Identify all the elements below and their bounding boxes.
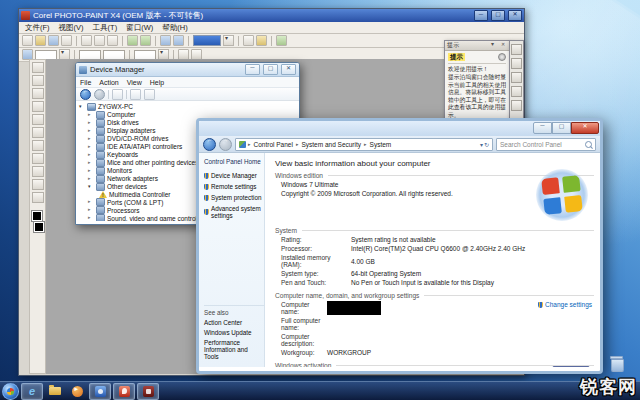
text-tool-icon[interactable] [32,153,44,164]
sidebar-remote-settings[interactable]: Remote settings [204,183,264,190]
minimize-button[interactable] [474,10,488,21]
taskbar-media-player[interactable] [67,384,87,399]
pick-tool-icon[interactable] [32,62,44,73]
fill-tool-icon[interactable] [32,192,44,203]
maximize-button[interactable] [263,64,278,75]
zoom-tool-icon[interactable] [32,101,44,112]
mask-tool-icon[interactable] [32,75,44,86]
search-box[interactable]: Search Control Panel [496,138,596,151]
corel-titlebar[interactable]: Corel PHOTO-PAINT X4 (OEM 版本 - 不可转售) [19,9,524,22]
docker-close-icon[interactable] [500,42,507,49]
processors-icon [96,206,105,214]
docker-tab-icon[interactable] [511,86,522,97]
hints-docker-titlebar[interactable]: 提示 [445,41,509,51]
menu-view[interactable]: View [127,79,142,86]
minimize-button[interactable] [533,122,552,134]
sidebar-performance-tools[interactable]: Performance Information and Tools [204,339,264,360]
paint-tool-icon[interactable] [32,114,44,125]
width-field[interactable] [79,50,101,60]
help-icon[interactable] [130,89,141,100]
taskbar-explorer[interactable] [45,384,65,399]
close-button[interactable] [508,10,522,21]
back-icon[interactable] [203,138,216,151]
shape-tool-icon[interactable] [32,166,44,177]
forward-icon[interactable] [219,138,232,151]
export-icon[interactable] [173,35,184,46]
docker-tab-icon[interactable] [511,100,522,111]
menu-view[interactable]: 视图(V) [59,23,84,33]
rating-link[interactable]: System rating is not available [351,236,436,243]
docker-tab-icon[interactable] [511,58,522,69]
address-bar[interactable]: Control Panel System and Security System [235,138,493,151]
welcome-icon[interactable] [276,35,287,46]
zoom-dropdown-arrow-icon[interactable] [223,35,234,46]
docker-tab-icon[interactable] [511,44,522,55]
recycle-bin-icon[interactable] [610,355,623,370]
app-launcher-icon[interactable] [256,35,267,46]
clone-tool-icon[interactable] [32,140,44,151]
crop-tool-icon[interactable] [32,88,44,99]
zoom-level-dropdown[interactable] [193,35,221,46]
disk-drives-icon [96,119,105,127]
close-button[interactable] [281,64,296,75]
undo-icon[interactable] [127,35,138,46]
menu-window[interactable]: 窗口(W) [126,23,153,33]
sidebar-action-center[interactable]: Action Center [204,319,264,326]
sidebar-advanced-settings[interactable]: Advanced system settings [204,205,264,219]
taskbar-corel[interactable] [113,383,135,400]
show-console-tree-icon[interactable] [112,89,123,100]
new-icon[interactable] [22,35,33,46]
menu-tools[interactable]: 工具(T) [93,23,118,33]
docker-menu-arrow-icon[interactable] [491,42,498,49]
options-icon[interactable] [243,35,254,46]
taskbar-blue-app[interactable] [89,383,111,400]
taskbar-internet-explorer[interactable]: e [21,383,43,400]
processor-value: Intel(R) Core(TM)2 Quad CPU Q6600 @ 2.40… [351,245,525,252]
print-icon[interactable] [61,35,72,46]
open-icon[interactable] [35,35,46,46]
forward-icon[interactable] [94,89,105,100]
eraser-tool-icon[interactable] [32,179,44,190]
maximize-button[interactable] [552,122,571,134]
breadcrumb-system-security[interactable]: System and Security [300,141,362,148]
start-button[interactable] [2,383,19,400]
tree-root[interactable]: ZYGWX-PC [79,103,299,111]
background-color-swatch[interactable] [34,222,44,232]
paper-size-field[interactable] [35,50,57,60]
maximize-button[interactable] [491,10,505,21]
sidebar-control-panel-home[interactable]: Control Panel Home [204,158,264,165]
sidebar-device-manager[interactable]: Device Manager [204,172,264,179]
sidebar-system-protection[interactable]: System protection [204,194,264,201]
docker-tab-icon[interactable] [511,72,522,83]
gear-icon[interactable] [498,53,506,61]
menu-file[interactable]: 文件(F) [25,23,50,33]
close-button[interactable] [571,122,599,134]
menu-action[interactable]: Action [99,79,118,86]
scan-hardware-icon[interactable] [144,89,155,100]
menu-file[interactable]: File [80,79,91,86]
effect-tool-icon[interactable] [32,127,44,138]
copy-icon[interactable] [94,35,105,46]
breadcrumb-system[interactable]: System [369,141,393,148]
address-dropdown-icon[interactable] [480,141,483,148]
menu-help[interactable]: 帮助(H) [162,23,187,33]
save-icon[interactable] [48,35,59,46]
refresh-icon[interactable] [484,141,489,148]
change-settings-link[interactable]: Change settings [545,301,592,308]
taskbar-red-app[interactable] [137,383,159,400]
menu-help[interactable]: Help [150,79,164,86]
device-manager-titlebar[interactable]: Device Manager [76,63,299,77]
paste-icon[interactable] [107,35,118,46]
height-field[interactable] [103,50,125,60]
back-icon[interactable] [80,89,91,100]
import-icon[interactable] [160,35,171,46]
system-titlebar[interactable] [199,121,600,136]
sidebar-windows-update[interactable]: Windows Update [204,329,264,336]
resolution-field[interactable] [134,50,156,60]
device-manager-toolbar [76,88,299,101]
cut-icon[interactable] [81,35,92,46]
redo-icon[interactable] [140,35,151,46]
minimize-button[interactable] [245,64,260,75]
breadcrumb-control-panel[interactable]: Control Panel [253,141,294,148]
foreground-color-swatch[interactable] [32,211,42,221]
